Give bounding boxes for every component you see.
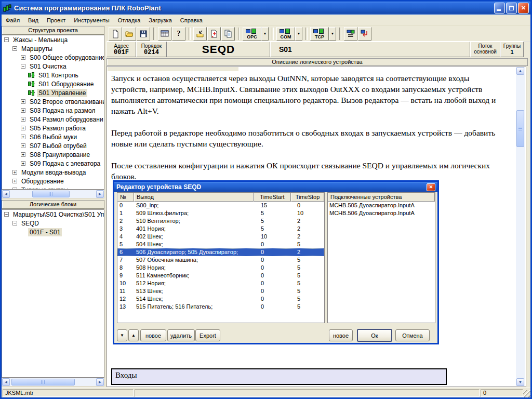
dialog-title-bar[interactable]: Редактор устройства SEQD ✕ [114, 182, 437, 192]
table-row[interactable]: 12514 Шнек;05 [117, 295, 324, 303]
tree-item[interactable]: +Типовые группы [2, 185, 104, 190]
table-view-button[interactable] [158, 27, 171, 41]
close-button[interactable]: ✕ [518, 3, 529, 14]
tree-item-selected[interactable]: S01 Управление [2, 88, 104, 97]
expand-icon[interactable]: + [12, 170, 17, 175]
table-row[interactable]: 2510 Вентилятор;52 [117, 217, 324, 225]
tree-item[interactable]: +S09 Подача с элеватора [2, 159, 104, 168]
expand-icon[interactable]: + [21, 55, 25, 60]
scroll-right-button[interactable]: ► [96, 378, 104, 386]
menu-project[interactable]: Проект [43, 16, 70, 25]
new-file-button[interactable] [109, 27, 122, 41]
connected-device-item[interactable]: MCHB.506 Дуоаспиратор.InputA [328, 209, 435, 217]
copy-button[interactable] [221, 27, 235, 41]
collapse-icon[interactable]: − [4, 212, 9, 217]
expand-icon[interactable]: + [21, 161, 25, 166]
table-row[interactable]: 9511 Камнеотборник;05 [117, 272, 324, 280]
resize-grip[interactable] [523, 390, 530, 397]
tree-item[interactable]: +Оборудование [2, 177, 104, 185]
content-vertical-scrollbar[interactable]: ▲ ▼ [516, 67, 525, 386]
new-device-button[interactable]: новое [329, 329, 353, 341]
tree-item[interactable]: +S04 Размол оборудовани [2, 115, 104, 124]
table-row[interactable]: 4402 Шнек;102 [117, 233, 324, 241]
collapse-icon[interactable]: − [12, 46, 17, 51]
scroll-left-button[interactable]: ◄ [2, 190, 10, 198]
save-button[interactable] [137, 27, 150, 41]
tcp-connection-button[interactable]: TCP [310, 27, 329, 41]
tree-item[interactable]: −Маршруты\S01 Очистка\S01 Упр [2, 210, 104, 219]
expand-icon[interactable]: + [21, 135, 25, 139]
table-row[interactable]: 13515 Питатель; 516 Питатель;05 [117, 303, 324, 311]
menu-file[interactable]: Файл [2, 16, 24, 25]
tree-item[interactable]: +S00 Общее оборудование [2, 53, 104, 62]
scroll-right-button[interactable]: ► [96, 190, 104, 198]
compare-button[interactable] [344, 27, 357, 41]
project-tree-hscrollbar[interactable]: ◄ ► [2, 190, 104, 198]
expand-icon[interactable]: + [21, 117, 25, 122]
tree-item[interactable]: −Жаксы - Мельница [2, 35, 104, 44]
table-row[interactable]: 10512 Нория;05 [117, 280, 324, 287]
export-button[interactable]: Export [195, 329, 220, 341]
table-row[interactable]: 1509 Шлюз.фильтра;510 [117, 209, 324, 217]
opc-connection-button[interactable]: OPC [243, 27, 261, 41]
cancel-button[interactable]: Отмена [395, 329, 430, 341]
help-button[interactable]: ? [172, 27, 185, 41]
column-header-timestart[interactable]: TimeStart [254, 193, 291, 202]
tree-item[interactable]: −SEQD [2, 219, 104, 228]
table-row[interactable]: 0S00_inp;150 [117, 202, 324, 209]
menu-view[interactable]: Вид [24, 16, 43, 25]
move-down-button[interactable]: ▼ [117, 329, 127, 341]
menu-tools[interactable]: Инструменты [70, 16, 114, 25]
scroll-down-button[interactable]: ▼ [516, 378, 524, 386]
menu-load[interactable]: Загрузка [144, 16, 176, 25]
opc-dropdown-button[interactable]: ▼ [261, 27, 269, 41]
scrollbar-thumb[interactable] [11, 379, 75, 385]
delete-button[interactable]: удалить [167, 329, 195, 341]
maximize-button[interactable] [506, 3, 517, 14]
blocks-tree-hscrollbar[interactable]: ◄ ► [2, 378, 104, 387]
menu-help[interactable]: Справка [176, 16, 207, 25]
tree-item[interactable]: +S07 Выбой отрубей [2, 141, 104, 150]
tree-item[interactable]: −S01 Очистка [2, 62, 104, 71]
table-row-selected[interactable]: 6506 Дуоаспиратор; 505 Дуоаспиратор;02 [117, 248, 324, 256]
scrollbar-thumb[interactable] [516, 110, 524, 147]
tree-item[interactable]: +Модули ввода-вывода [2, 168, 104, 177]
column-header-output[interactable]: Выход [134, 193, 254, 202]
scroll-left-button[interactable]: ◄ [2, 378, 10, 386]
column-header-timestop[interactable]: TimeStop [291, 193, 324, 202]
ok-button[interactable]: Ок [357, 329, 392, 342]
expand-icon[interactable]: + [21, 126, 25, 130]
tree-item[interactable]: −Маршруты [2, 44, 104, 53]
table-row[interactable]: 5504 Шнек;05 [117, 241, 324, 248]
tree-item[interactable]: S01 Контроль [2, 71, 104, 79]
table-row[interactable]: 11513 Шнек;05 [117, 287, 324, 295]
tree-item[interactable]: +S03 Подача на размол [2, 106, 104, 115]
collapse-icon[interactable]: − [4, 37, 9, 42]
scroll-up-button[interactable]: ▲ [516, 67, 524, 75]
com-connection-button[interactable]: COM [276, 27, 295, 41]
collapse-icon[interactable]: − [21, 64, 25, 69]
tree-item[interactable]: +S02 Второе отволаживани [2, 97, 104, 106]
table-row[interactable]: 7507 Обоечная машина;05 [117, 256, 324, 264]
collapse-icon[interactable]: − [12, 221, 17, 225]
table-row[interactable]: 3401 Нория;52 [117, 225, 324, 233]
new-output-button[interactable]: новое [140, 329, 166, 341]
tree-item[interactable]: S01 Оборудование [2, 79, 104, 88]
edit-structure-button[interactable] [207, 27, 221, 41]
import-button[interactable] [193, 27, 207, 41]
title-bar[interactable]: Система программирования ПЛК RoboPlant ✕ [2, 2, 530, 15]
com-dropdown-button[interactable]: ▼ [295, 27, 302, 41]
dialog-close-button[interactable]: ✕ [427, 183, 435, 191]
table-row[interactable]: 8508 Нория;05 [117, 264, 324, 272]
minimize-button[interactable] [494, 3, 505, 14]
tree-item[interactable]: +S05 Размол работа [2, 124, 104, 132]
expand-icon[interactable]: + [12, 179, 17, 183]
expand-icon[interactable]: + [21, 143, 25, 148]
expand-icon[interactable]: + [21, 152, 25, 157]
expand-icon[interactable]: + [21, 99, 25, 104]
tree-item[interactable]: +S06 Выбой муки [2, 132, 104, 141]
tree-item[interactable]: +S08 Гранулирование [2, 150, 104, 159]
return-link-button[interactable] [358, 27, 371, 41]
move-up-button[interactable]: ▲ [128, 329, 139, 341]
connected-device-item[interactable]: MCHB.505 Дуоаспиратор.InputA [328, 202, 435, 209]
